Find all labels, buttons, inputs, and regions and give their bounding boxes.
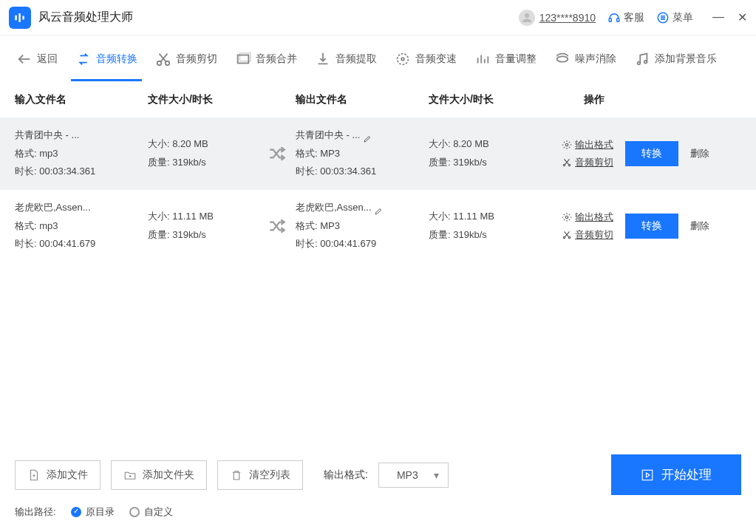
out-name: 老虎欧巴,Assen... bbox=[296, 202, 372, 213]
cell-size1: 大小: 11.11 MB 质量: 319kb/s bbox=[148, 208, 259, 244]
tab-label: 音频变速 bbox=[415, 52, 457, 66]
size-label: 大小: bbox=[429, 211, 451, 222]
add-file-button[interactable]: 添加文件 bbox=[15, 460, 101, 490]
delete-button[interactable]: 删除 bbox=[690, 147, 709, 160]
tab-label: 音量调整 bbox=[495, 52, 537, 66]
menu-link[interactable]: 菜单 bbox=[656, 11, 693, 24]
tab-label: 音频提取 bbox=[336, 52, 377, 66]
out-format: MP3 bbox=[320, 148, 340, 159]
output-format-link[interactable]: 输出格式 bbox=[562, 211, 613, 224]
convert-button[interactable]: 转换 bbox=[625, 141, 678, 166]
svg-point-32 bbox=[568, 236, 570, 238]
cell-actions: 输出格式 音频剪切 转换 删除 bbox=[562, 211, 741, 242]
duration-label: 时长: bbox=[15, 166, 37, 177]
quality-value: 319kb/s bbox=[172, 157, 206, 168]
out-duration: 00:04:41.679 bbox=[320, 238, 376, 249]
convert-button[interactable]: 转换 bbox=[625, 214, 678, 239]
cell-output: 共青团中央 - ... 格式: MP3 时长: 00:03:34.361 bbox=[296, 126, 429, 181]
minimize-button[interactable]: — bbox=[712, 10, 724, 24]
svg-rect-2 bbox=[22, 16, 24, 19]
support-link[interactable]: 客服 bbox=[607, 11, 644, 24]
close-button[interactable]: ✕ bbox=[738, 10, 747, 24]
duration-label: 时长: bbox=[15, 238, 37, 249]
cut-icon bbox=[155, 51, 171, 67]
gear-icon bbox=[562, 140, 572, 150]
tab-add-bgm[interactable]: 添加背景音乐 bbox=[630, 45, 721, 73]
size-value: 8.20 MB bbox=[453, 138, 488, 149]
in-format: mp3 bbox=[39, 148, 58, 159]
audio-cut-link[interactable]: 音频剪切 bbox=[562, 156, 613, 169]
menu-icon bbox=[656, 11, 670, 24]
format-label: 格式: bbox=[15, 148, 37, 159]
quality-label: 质量: bbox=[148, 157, 170, 168]
col-output-name: 输出文件名 bbox=[296, 93, 429, 106]
app-title: 风云音频处理大师 bbox=[38, 10, 133, 25]
svg-point-27 bbox=[568, 164, 570, 166]
convert-icon bbox=[75, 51, 92, 67]
svg-point-31 bbox=[563, 236, 565, 238]
tab-label: 音频剪切 bbox=[176, 52, 217, 66]
add-folder-button[interactable]: 添加文件夹 bbox=[111, 460, 207, 490]
format-label: 格式: bbox=[296, 148, 318, 159]
svg-point-25 bbox=[565, 143, 568, 146]
avatar-icon bbox=[519, 10, 535, 26]
in-duration: 00:04:41.679 bbox=[39, 238, 95, 249]
extract-icon bbox=[315, 51, 331, 67]
format-label: 格式: bbox=[15, 220, 37, 231]
svg-rect-39 bbox=[642, 470, 653, 480]
bottom-bar: 添加文件 添加文件夹 清空列表 输出格式: MP3 开始处理 输出路径: 原目录… bbox=[0, 443, 756, 532]
in-format: mp3 bbox=[39, 220, 58, 231]
radio-custom-dir[interactable]: 自定义 bbox=[129, 505, 173, 519]
output-format-select[interactable]: MP3 bbox=[378, 463, 449, 488]
tab-audio-merge[interactable]: 音频合并 bbox=[231, 45, 302, 73]
back-button[interactable]: 返回 bbox=[12, 45, 62, 73]
svg-marker-40 bbox=[647, 473, 650, 477]
play-icon bbox=[641, 468, 654, 482]
quality-value: 319kb/s bbox=[172, 229, 206, 240]
cell-size2: 大小: 11.11 MB 质量: 319kb/s bbox=[429, 208, 562, 244]
edit-icon[interactable] bbox=[363, 132, 372, 140]
in-name: 老虎欧巴,Assen... bbox=[15, 199, 148, 217]
audio-bars-icon bbox=[13, 10, 27, 25]
radio-dot-icon bbox=[71, 507, 81, 517]
output-format-label: 输出格式: bbox=[324, 468, 368, 482]
edit-icon[interactable] bbox=[374, 204, 383, 213]
table-body: 共青团中央 - ... 格式: mp3 时长: 00:03:34.361 大小:… bbox=[0, 117, 756, 262]
tab-audio-convert[interactable]: 音频转换 bbox=[71, 45, 142, 73]
folder-plus-icon bbox=[123, 468, 137, 482]
tab-audio-speed[interactable]: 音频变速 bbox=[390, 45, 461, 73]
audio-cut-link[interactable]: 音频剪切 bbox=[562, 228, 613, 242]
bgm-icon bbox=[634, 51, 650, 67]
delete-button[interactable]: 删除 bbox=[690, 219, 709, 233]
cell-input: 老虎欧巴,Assen... 格式: mp3 时长: 00:04:41.679 bbox=[15, 199, 148, 253]
output-format-link[interactable]: 输出格式 bbox=[562, 138, 613, 151]
gear-icon bbox=[562, 212, 572, 222]
user-id[interactable]: 123****8910 bbox=[539, 12, 596, 24]
table-row[interactable]: 老虎欧巴,Assen... 格式: mp3 时长: 00:04:41.679 大… bbox=[0, 190, 756, 262]
tab-audio-extract[interactable]: 音频提取 bbox=[310, 45, 381, 73]
radio-original-dir[interactable]: 原目录 bbox=[71, 505, 115, 519]
back-icon bbox=[16, 51, 33, 67]
noise-icon bbox=[554, 51, 571, 67]
support-label: 客服 bbox=[624, 11, 644, 24]
user-block[interactable]: 123****8910 bbox=[519, 10, 596, 26]
quality-value: 319kb/s bbox=[453, 229, 487, 240]
svg-line-33 bbox=[565, 231, 570, 236]
start-process-button[interactable]: 开始处理 bbox=[611, 454, 741, 495]
back-label: 返回 bbox=[37, 52, 58, 66]
cell-actions: 输出格式 音频剪切 转换 删除 bbox=[562, 138, 741, 169]
cell-size2: 大小: 8.20 MB 质量: 319kb/s bbox=[429, 135, 562, 171]
svg-line-14 bbox=[160, 54, 166, 62]
tab-label: 噪声消除 bbox=[575, 52, 616, 66]
duration-label: 时长: bbox=[296, 238, 318, 249]
table-row[interactable]: 共青团中央 - ... 格式: mp3 时长: 00:03:34.361 大小:… bbox=[0, 117, 756, 190]
table-header: 输入文件名 文件大小/时长 输出文件名 文件大小/时长 操作 bbox=[0, 83, 756, 117]
svg-point-30 bbox=[565, 216, 568, 219]
tab-volume-adjust[interactable]: 音量调整 bbox=[470, 45, 541, 73]
tab-noise-remove[interactable]: 噪声消除 bbox=[550, 45, 621, 73]
col-size-duration2: 文件大小/时长 bbox=[429, 93, 562, 106]
quality-label: 质量: bbox=[148, 229, 170, 240]
clear-list-button[interactable]: 清空列表 bbox=[217, 460, 303, 490]
in-name: 共青团中央 - ... bbox=[15, 126, 148, 145]
tab-audio-cut[interactable]: 音频剪切 bbox=[151, 45, 222, 73]
